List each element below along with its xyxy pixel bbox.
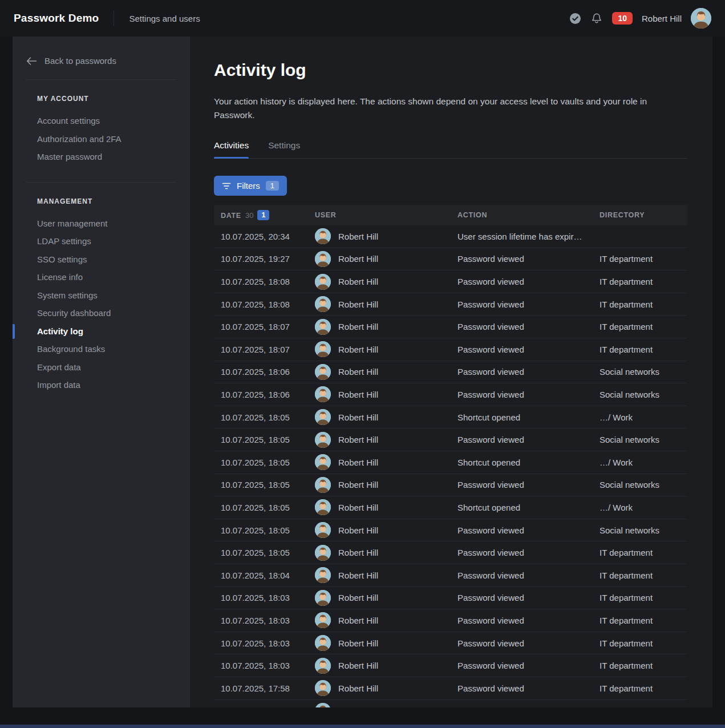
- sidebar-item-activity-log[interactable]: Activity log: [37, 322, 176, 341]
- row-directory: …/ Work: [593, 503, 687, 512]
- row-action: Shortcut opened: [451, 458, 593, 467]
- row-user-name: Robert Hill: [338, 277, 378, 286]
- main-content: Activity log Your action history is disp…: [190, 37, 712, 707]
- page-title: Activity log: [214, 60, 687, 80]
- filters-button[interactable]: Filters 1: [214, 176, 287, 196]
- row-action: Shortcut opened: [451, 503, 593, 512]
- sidebar-item-system-settings[interactable]: System settings: [37, 286, 176, 305]
- user-avatar: [315, 341, 331, 357]
- table-row[interactable]: 10.07.2025, 18:03Robert HillPassword vie…: [214, 609, 687, 632]
- row-date: 10.07.2025, 18:05: [214, 435, 308, 444]
- tab-activities[interactable]: Activities: [214, 140, 249, 158]
- row-action: Password viewed: [451, 254, 593, 264]
- header-date[interactable]: DATE301: [214, 210, 308, 220]
- user-avatar: [315, 296, 331, 312]
- table-row[interactable]: 10.07.2025, 18:06Robert HillPassword vie…: [214, 383, 687, 406]
- table-row[interactable]: 10.07.2025, 18:08Robert HillPassword vie…: [214, 270, 687, 293]
- sidebar-item-master-password[interactable]: Master password: [37, 148, 176, 166]
- topbar-avatar[interactable]: [691, 8, 711, 29]
- row-action: Password viewed: [451, 390, 593, 399]
- sidebar-item-export-data[interactable]: Export data: [37, 358, 176, 377]
- table-row[interactable]: 10.07.2025, 18:03Robert HillPassword vie…: [214, 654, 687, 677]
- user-avatar: [315, 409, 331, 425]
- user-avatar: [315, 228, 331, 244]
- window-edge: [0, 725, 725, 728]
- table-row[interactable]: 10.07.2025, 18:05Robert HillPassword vie…: [214, 519, 687, 542]
- user-avatar: [315, 590, 331, 606]
- row-user: Robert Hill: [308, 658, 451, 674]
- table-row[interactable]: 10.07.2025, 18:06Robert HillPassword vie…: [214, 361, 687, 384]
- sidebar-item-account-settings[interactable]: Account settings: [37, 112, 176, 130]
- header-action[interactable]: ACTION: [451, 211, 593, 219]
- table-row[interactable]: 10.07.2025, 18:05Robert HillPassword vie…: [214, 474, 687, 497]
- notification-count-badge[interactable]: 10: [612, 12, 633, 25]
- user-avatar: [315, 386, 331, 402]
- header-date-count: 30: [245, 211, 253, 220]
- table-row[interactable]: 10.07.2025, 17:58Robert HillPassword vie…: [214, 677, 687, 700]
- row-directory: IT department: [593, 322, 687, 331]
- footer-strip: [0, 707, 725, 725]
- row-date: 10.07.2025, 17:58: [214, 683, 308, 693]
- status-check-icon[interactable]: [569, 12, 581, 25]
- table-row[interactable]: 10.07.2025, 18:05Robert HillShortcut ope…: [214, 451, 687, 474]
- row-action: Password viewed: [451, 616, 593, 625]
- table-row[interactable]: 10.07.2025, 18:03Robert HillPassword vie…: [214, 587, 687, 610]
- table-row[interactable]: 10.07.2025, 18:05Robert HillPassword vie…: [214, 428, 687, 451]
- table-row[interactable]: 10.07.2025, 20:34Robert HillUser session…: [214, 225, 687, 248]
- back-to-passwords[interactable]: Back to passwords: [26, 37, 176, 80]
- sidebar-item-security-dashboard[interactable]: Security dashboard: [37, 304, 176, 322]
- table-row[interactable]: [214, 700, 687, 708]
- row-action: Password viewed: [451, 593, 593, 602]
- user-avatar: [315, 454, 331, 470]
- header-directory[interactable]: DIRECTORY: [593, 211, 687, 219]
- sidebar-item-sso-settings[interactable]: SSO settings: [37, 250, 176, 269]
- user-avatar: [315, 612, 331, 628]
- table-row[interactable]: 10.07.2025, 19:27Robert HillPassword vie…: [214, 248, 687, 271]
- row-action: Password viewed: [451, 322, 593, 331]
- table-row[interactable]: 10.07.2025, 18:07Robert HillPassword vie…: [214, 316, 687, 338]
- bell-icon[interactable]: [590, 12, 603, 25]
- table-row[interactable]: 10.07.2025, 18:05Robert HillShortcut ope…: [214, 496, 687, 519]
- row-user-name: Robert Hill: [338, 412, 378, 422]
- table-row[interactable]: 10.07.2025, 18:05Robert HillShortcut ope…: [214, 406, 687, 429]
- row-directory: IT department: [593, 616, 687, 625]
- row-directory: Social networks: [593, 390, 687, 399]
- sidebar-item-ldap-settings[interactable]: LDAP settings: [37, 232, 176, 250]
- row-directory: IT department: [593, 683, 687, 693]
- tab-settings[interactable]: Settings: [268, 140, 300, 158]
- row-date: 10.07.2025, 18:03: [214, 661, 308, 670]
- sidebar-item-import-data[interactable]: Import data: [37, 376, 176, 394]
- sidebar-item-user-management[interactable]: User management: [37, 215, 176, 233]
- row-user-name: Robert Hill: [338, 300, 378, 309]
- row-date: 10.07.2025, 18:03: [214, 616, 308, 625]
- user-avatar: [315, 680, 331, 696]
- sidebar-item-authorization-and-2fa[interactable]: Authorization and 2FA: [37, 130, 176, 148]
- sidebar-item-license-info[interactable]: License info: [37, 268, 176, 286]
- row-user: Robert Hill: [308, 454, 451, 470]
- row-user: Robert Hill: [308, 432, 451, 448]
- row-action: Password viewed: [451, 683, 593, 693]
- row-user-name: Robert Hill: [338, 638, 378, 648]
- row-directory: Social networks: [593, 525, 687, 535]
- app-brand[interactable]: Passwork Demo: [14, 12, 99, 25]
- user-menu[interactable]: Robert Hill: [642, 14, 682, 23]
- sidebar-sections: MY ACCOUNTAccount settingsAuthorization …: [13, 95, 190, 394]
- row-directory: Social networks: [593, 435, 687, 444]
- sidebar-item-background-tasks[interactable]: Background tasks: [37, 340, 176, 358]
- nav-settings-and-users[interactable]: Settings and users: [114, 10, 200, 26]
- table-row[interactable]: 10.07.2025, 18:08Robert HillPassword vie…: [214, 293, 687, 316]
- activity-rows: 10.07.2025, 20:34Robert HillUser session…: [214, 225, 687, 707]
- row-user: Robert Hill: [308, 341, 451, 357]
- header-user[interactable]: USER: [308, 211, 451, 219]
- table-row[interactable]: 10.07.2025, 18:04Robert HillPassword vie…: [214, 564, 687, 587]
- row-user-name: Robert Hill: [338, 322, 378, 331]
- row-user: Robert Hill: [308, 635, 451, 651]
- row-date: 10.07.2025, 18:05: [214, 480, 308, 490]
- table-row[interactable]: 10.07.2025, 18:03Robert HillPassword vie…: [214, 632, 687, 655]
- row-action: User session lifetime has expir…: [451, 232, 593, 241]
- topbar: Passwork Demo Settings and users 10 Robe…: [0, 0, 725, 37]
- row-action: Password viewed: [451, 300, 593, 309]
- table-row[interactable]: 10.07.2025, 18:05Robert HillPassword vie…: [214, 541, 687, 564]
- row-user-name: Robert Hill: [338, 661, 378, 670]
- table-row[interactable]: 10.07.2025, 18:07Robert HillPassword vie…: [214, 338, 687, 361]
